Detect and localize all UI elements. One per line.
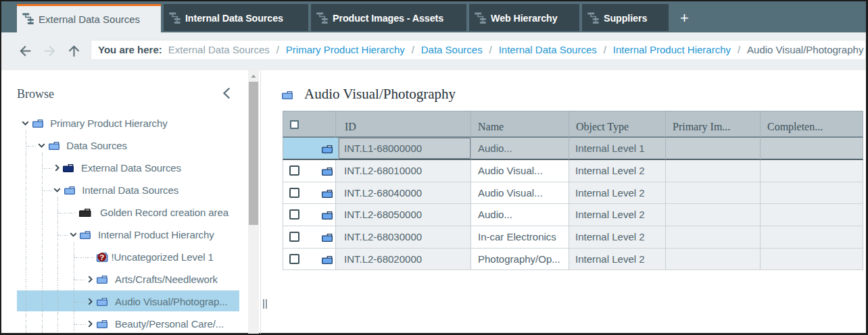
- svg-text:?: ?: [99, 253, 104, 261]
